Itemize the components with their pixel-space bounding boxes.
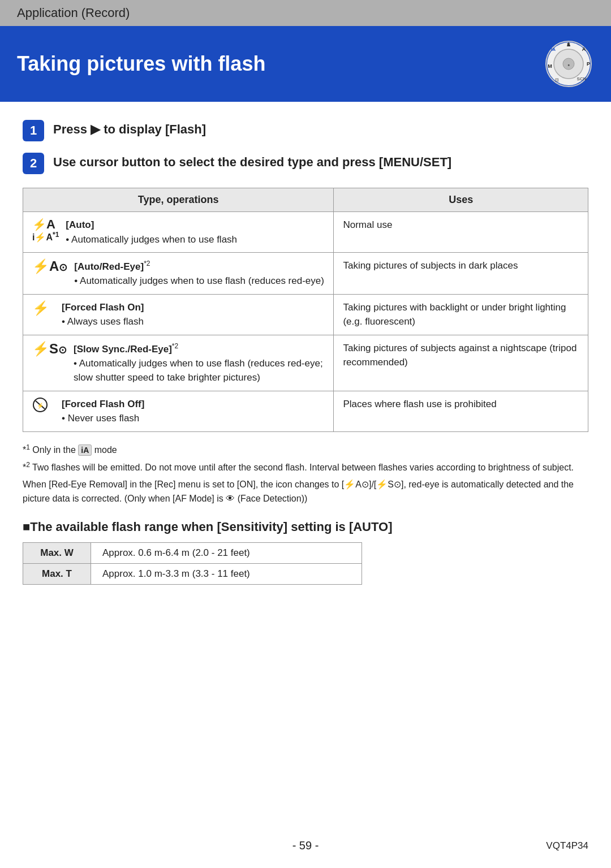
range-value-max-t: Approx. 1.0 m-3.3 m (3.3 - 11 feet) xyxy=(91,563,362,584)
footnotes: *1 Only in the iA mode *2 Two flashes wi… xyxy=(23,442,588,506)
flash-redeye-icon: ⚡A⊙ xyxy=(32,258,67,275)
table-row: ⚡ [Forced Flash On] • Always uses flash … xyxy=(23,294,588,335)
footnote-3: When [Red-Eye Removal] in the [Rec] menu… xyxy=(23,477,588,506)
type-cell: ⚡ [Forced Flash On] • Always uses flash xyxy=(23,294,334,335)
step-1-number: 1 xyxy=(23,120,44,141)
flash-slow-sync-icon: ⚡S⊙ xyxy=(32,341,67,357)
svg-text:⚡: ⚡ xyxy=(37,402,44,409)
flash-range-table: Max. W Approx. 0.6 m-6.4 m (2.0 - 21 fee… xyxy=(23,542,362,585)
svg-text:●: ● xyxy=(567,63,570,67)
type-desc: [Forced Flash Off] • Never uses flash xyxy=(62,397,324,426)
content-area: 1 Press ▶ to display [Flash] 2 Use curso… xyxy=(0,102,611,624)
type-cell: ⚡A⊙ [Auto/Red-Eye]*2 • Automatically jud… xyxy=(23,253,334,295)
col-uses-header: Uses xyxy=(334,188,588,212)
col-type-header: Type, operations xyxy=(23,188,334,212)
type-cell: ⚡A i⚡A*1 [Auto] • Automatically judges w… xyxy=(23,212,334,253)
type-desc: [Forced Flash On] • Always uses flash xyxy=(62,300,324,329)
uses-cell: Places where flash use is prohibited xyxy=(334,391,588,431)
flash-range-title: ■The available flash range when [Sensiti… xyxy=(23,520,588,534)
type-desc: [Auto] • Automatically judges when to us… xyxy=(66,218,324,247)
uses-cell: Taking pictures of subjects in dark plac… xyxy=(334,253,588,295)
uses-cell: Normal use xyxy=(334,212,588,253)
svg-text:P: P xyxy=(587,61,590,67)
top-bar-title: Application (Record) xyxy=(17,6,130,20)
flash-table: Type, operations Uses ⚡A i⚡A*1 xyxy=(23,188,588,432)
step-2-text: Use cursor button to select the desired … xyxy=(53,152,451,171)
range-value-max-w: Approx. 0.6 m-6.4 m (2.0 - 21 feet) xyxy=(91,542,362,563)
table-row: ⚡A⊙ [Auto/Red-Eye]*2 • Automatically jud… xyxy=(23,253,588,295)
model-number: VQT4P34 xyxy=(546,840,588,852)
step-1-text: Press ▶ to display [Flash] xyxy=(53,119,206,139)
camera-dial: S A P SCN ⊡ M iA ● xyxy=(543,38,594,89)
svg-text:M: M xyxy=(548,63,552,69)
table-row: ⚡A i⚡A*1 [Auto] • Automatically judges w… xyxy=(23,212,588,253)
step-2-number: 2 xyxy=(23,153,44,174)
step-2: 2 Use cursor button to select the desire… xyxy=(23,152,588,174)
step-1: 1 Press ▶ to display [Flash] xyxy=(23,119,588,141)
range-row-max-t: Max. T Approx. 1.0 m-3.3 m (3.3 - 11 fee… xyxy=(23,563,362,584)
table-row: ⚡ [Forced Flash Off] • Never uses flash … xyxy=(23,391,588,431)
type-cell: ⚡ [Forced Flash Off] • Never uses flash xyxy=(23,391,334,431)
page-number: - 59 - xyxy=(292,839,319,852)
page-header: Taking pictures with flash S A P SCN ⊡ M… xyxy=(0,26,611,102)
type-desc: [Auto/Red-Eye]*2 • Automatically judges … xyxy=(74,258,324,288)
top-bar: Application (Record) xyxy=(0,0,611,26)
svg-text:iA: iA xyxy=(551,47,556,52)
uses-cell: Taking pictures of subjects against a ni… xyxy=(334,335,588,391)
footnote-1: *1 Only in the iA mode xyxy=(23,442,588,457)
uses-cell: Taking pictures with backlight or under … xyxy=(334,294,588,335)
flash-off-icon: ⚡ xyxy=(32,397,55,417)
footnote-2: *2 Two flashes will be emitted. Do not m… xyxy=(23,460,588,475)
type-cell: ⚡S⊙ [Slow Sync./Red-Eye]*2 • Automatical… xyxy=(23,335,334,391)
page-footer: - 59 - VQT4P34 xyxy=(0,839,611,852)
svg-text:A: A xyxy=(582,46,586,52)
svg-text:SCN: SCN xyxy=(577,76,587,81)
flash-auto-icon: ⚡A i⚡A*1 xyxy=(32,218,59,243)
range-label-max-w: Max. W xyxy=(23,542,91,563)
type-desc: [Slow Sync./Red-Eye]*2 • Automatically j… xyxy=(74,341,324,385)
range-label-max-t: Max. T xyxy=(23,563,91,584)
flash-forced-on-icon: ⚡ xyxy=(32,300,55,317)
svg-text:⊡: ⊡ xyxy=(555,77,559,83)
table-row: ⚡S⊙ [Slow Sync./Red-Eye]*2 • Automatical… xyxy=(23,335,588,391)
range-row-max-w: Max. W Approx. 0.6 m-6.4 m (2.0 - 21 fee… xyxy=(23,542,362,563)
page-title: Taking pictures with flash xyxy=(17,52,265,76)
